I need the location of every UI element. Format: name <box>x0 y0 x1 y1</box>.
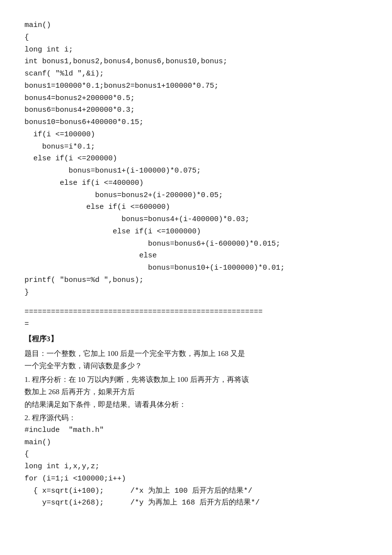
code-line-elif2: else if(i <=400000) <box>24 177 368 190</box>
program3-analysis: 1. 程序分析：在 10 万以内判断，先将该数加上 100 后再开方，再将该 数… <box>24 374 368 411</box>
prog3-sqrt-y: y=sqrt(i+268); /*y 为再加上 168 后开方后的结果*/ <box>24 497 368 509</box>
program3-section: 【程序3】 题目：一个整数，它加上 100 后是一个完全平方数，再加上 168 … <box>24 333 368 509</box>
code-line-printf: printf( "bonus=%d ",bonus); <box>24 275 368 287</box>
desc-line1: 题目：一个整数，它加上 100 后是一个完全平方数，再加上 168 又是 <box>24 348 368 360</box>
code-line-brace-close: } <box>24 287 368 299</box>
code-line-bonus-a: bonus=i*0.1; <box>24 141 368 153</box>
code-line-long-int: long int i; <box>24 44 368 56</box>
source-label: 2. 程序源代码： <box>24 412 368 425</box>
code-line-bonus6: bonus6=bonus4+200000*0.3; <box>24 104 368 117</box>
code-line-bonus-b: bonus=bonus1+(i-100000)*0.075; <box>24 165 368 177</box>
program3-title-text: 【程序3】 <box>24 335 58 343</box>
divider-section: ========================================… <box>24 306 368 331</box>
desc-line2: 一个完全平方数，请问该数是多少？ <box>24 360 368 373</box>
prog3-long-int: long int i,x,y,z; <box>24 461 368 473</box>
code-line-main: main() <box>24 20 368 32</box>
code-section: main() { long int i; int bonus1,bonus2,b… <box>24 20 368 299</box>
prog3-include: #include "math.h" <box>24 425 368 437</box>
code-line-bonus1: bonus1=100000*0.1;bonus2=bonus1+100000*0… <box>24 80 368 93</box>
code-line-bonus10: bonus10=bonus6+400000*0.15; <box>24 117 368 129</box>
program3-description: 题目：一个整数，它加上 100 后是一个完全平方数，再加上 168 又是 一个完… <box>24 348 368 373</box>
divider-line2: = <box>24 319 368 331</box>
code-line-brace-open: { <box>24 32 368 44</box>
prog3-main: main() <box>24 437 368 449</box>
code-line-int-bonus: int bonus1,bonus2,bonus4,bonus6,bonus10,… <box>24 56 368 68</box>
code-line-bonus-f: bonus=bonus10+(i-1000000)*0.01; <box>24 262 368 275</box>
analysis-line2: 数加上 268 后再开方，如果开方后 <box>24 386 368 399</box>
code-line-elif3: else if(i <=600000) <box>24 202 368 214</box>
analysis-line3: 的结果满足如下条件，即是结果。请看具体分析： <box>24 399 368 411</box>
code-line-bonus4: bonus4=bonus2+200000*0.5; <box>24 93 368 105</box>
program3-code: #include "math.h" main() { long int i,x,… <box>24 425 368 509</box>
code-line-bonus-e: bonus=bonus6+(i-600000)*0.015; <box>24 238 368 251</box>
code-line-scanf: scanf( "%ld ",&i); <box>24 68 368 80</box>
code-line-if1: if(i <=100000) <box>24 129 368 141</box>
divider-line1: ========================================… <box>24 306 368 319</box>
prog3-sqrt-x: { x=sqrt(i+100); /*x 为加上 100 后开方后的结果*/ <box>24 485 368 498</box>
code-line-bonus-d: bonus=bonus4+(i-400000)*0.03; <box>24 214 368 226</box>
prog3-for: for (i=1;i <100000;i++) <box>24 473 368 485</box>
program3-title: 【程序3】 <box>24 333 368 346</box>
code-line-else: else <box>24 250 368 262</box>
code-line-bonus-c: bonus=bonus2+(i-200000)*0.05; <box>24 190 368 202</box>
code-line-elif4: else if(i <=1000000) <box>24 226 368 238</box>
prog3-brace-open: { <box>24 449 368 461</box>
analysis-line1: 1. 程序分析：在 10 万以内判断，先将该数加上 100 后再开方，再将该 <box>24 374 368 386</box>
code-line-elif1: else if(i <=200000) <box>24 153 368 165</box>
page-content: main() { long int i; int bonus1,bonus2,b… <box>24 20 368 509</box>
source-label-text: 2. 程序源代码： <box>24 412 368 425</box>
